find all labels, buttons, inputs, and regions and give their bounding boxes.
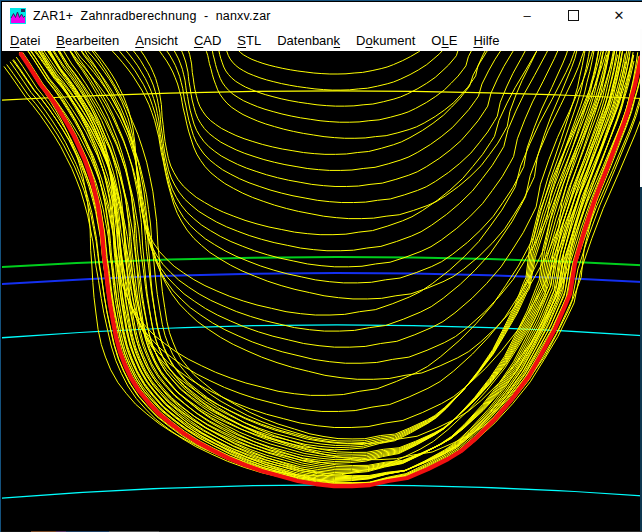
menu-item-hilfe[interactable]: Hilfe [465, 31, 507, 50]
menu-item-datei[interactable]: Datei [2, 31, 48, 50]
window-title: ZAR1+ Zahnradberechnung - nanxv.zar [33, 9, 271, 23]
app-window: ZAR1+ Zahnradberechnung - nanxv.zar – ✕ … [0, 0, 642, 532]
maximize-icon [568, 10, 579, 21]
maximize-button[interactable] [550, 2, 596, 29]
zar1-app-icon [10, 8, 26, 24]
caption-buttons: – ✕ [504, 2, 642, 29]
menu-item-datenbank[interactable]: Datenbank [269, 31, 348, 50]
menu-bar: DateiBearbeitenAnsichtCADSTLDatenbankDok… [2, 29, 642, 51]
title-bar[interactable]: ZAR1+ Zahnradberechnung - nanxv.zar – ✕ [2, 2, 642, 29]
menu-item-cad[interactable]: CAD [186, 31, 229, 50]
menu-item-ole[interactable]: OLE [423, 31, 465, 50]
close-button[interactable]: ✕ [596, 2, 642, 29]
menu-item-bearbeiten[interactable]: Bearbeiten [48, 31, 127, 50]
menu-item-ansicht[interactable]: Ansicht [127, 31, 186, 50]
minimize-button[interactable]: – [504, 2, 550, 29]
menu-item-dokument[interactable]: Dokument [348, 31, 423, 50]
menu-item-stl[interactable]: STL [229, 31, 269, 50]
gear-simulation-canvas[interactable] [2, 51, 642, 531]
